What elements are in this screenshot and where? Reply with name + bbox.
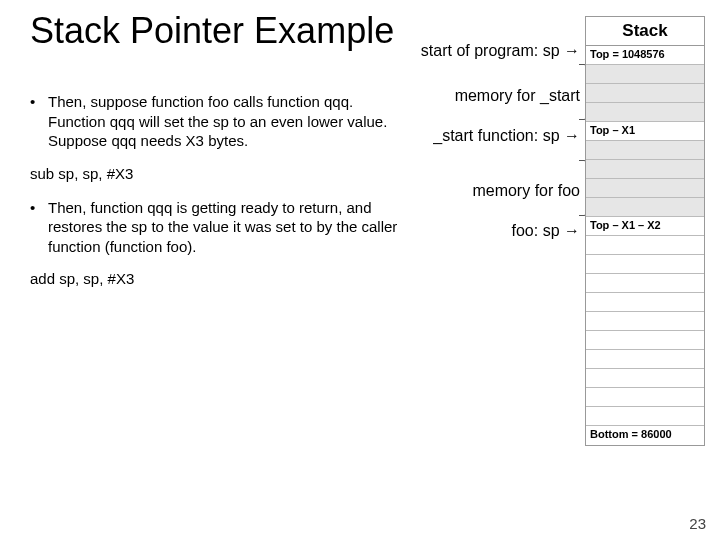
stack-row	[586, 160, 704, 179]
stack-row-top: Top = 1048576	[586, 46, 704, 65]
stack-row	[586, 255, 704, 274]
sp-label-start-program: start of program: sp →	[421, 42, 580, 60]
bullet-1: • Then, suppose function foo calls funct…	[30, 92, 405, 151]
mem-label-foo: memory for foo	[472, 182, 580, 200]
code-line-2: add sp, sp, #X3	[30, 270, 405, 287]
stack-row	[586, 65, 704, 84]
mem-label-start: memory for _start	[455, 87, 580, 105]
sp-label-foo: foo: sp →	[512, 222, 580, 240]
stack-row	[586, 350, 704, 369]
bullet-2: • Then, function qqq is getting ready to…	[30, 198, 405, 257]
stack-row	[586, 274, 704, 293]
bullet-text: Then, function qqq is getting ready to r…	[48, 198, 405, 257]
stack-row	[586, 293, 704, 312]
stack-row-bottom: Bottom = 86000	[586, 426, 704, 445]
stack-row-x2: Top – X1 – X2	[586, 217, 704, 236]
stack-row-x1: Top – X1	[586, 122, 704, 141]
stack-row	[586, 141, 704, 160]
stack-row	[586, 388, 704, 407]
stack-row	[586, 312, 704, 331]
bullet-dot: •	[30, 92, 48, 151]
stack-row	[586, 84, 704, 103]
stack-row	[586, 198, 704, 217]
bullet-dot: •	[30, 198, 48, 257]
bullet-text: Then, suppose function foo calls functio…	[48, 92, 405, 151]
stack-row	[586, 407, 704, 426]
stack-header: Stack	[586, 17, 704, 46]
stack-diagram: Stack Top = 1048576 Top – X1 Top – X1 – …	[585, 16, 705, 446]
right-column: start of program: sp → memory for _start…	[405, 52, 705, 303]
content-area: • Then, suppose function foo calls funct…	[0, 52, 720, 303]
stack-row	[586, 179, 704, 198]
stack-row	[586, 331, 704, 350]
page-number: 23	[689, 515, 706, 532]
stack-row	[586, 369, 704, 388]
stack-row	[586, 236, 704, 255]
stack-row	[586, 103, 704, 122]
left-column: • Then, suppose function foo calls funct…	[30, 52, 405, 303]
sp-label-start-fn: _start function: sp →	[433, 127, 580, 145]
code-line-1: sub sp, sp, #X3	[30, 165, 405, 182]
